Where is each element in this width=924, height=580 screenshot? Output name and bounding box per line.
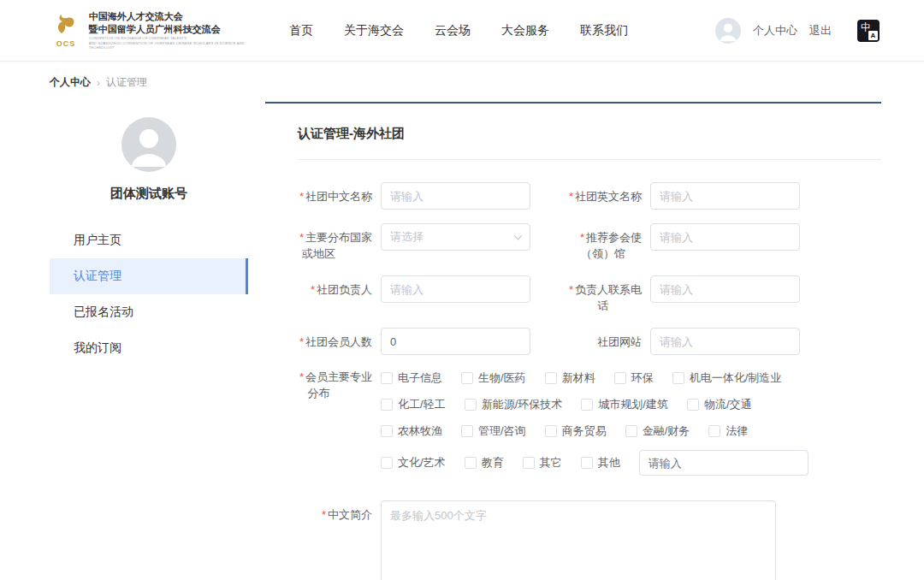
sidebar: 团体测试账号 用户主页 认证管理 已报名活动 我的订阅 bbox=[50, 102, 248, 366]
specialty-option[interactable]: 电子信息 bbox=[381, 370, 442, 386]
logo-en-line2: AND GUANGZHOU CONVENTION OF OVERSEAS CHI… bbox=[89, 41, 270, 50]
title-divider bbox=[298, 159, 881, 160]
specialty-label: *会员主要专业 分布 bbox=[265, 369, 381, 401]
specialty-option[interactable]: 环保 bbox=[614, 370, 654, 386]
checkbox-icon[interactable] bbox=[461, 425, 473, 437]
checkbox-icon[interactable] bbox=[581, 457, 593, 469]
checkbox-icon[interactable] bbox=[465, 457, 477, 469]
specialty-other-input[interactable] bbox=[639, 450, 808, 476]
required-mark: * bbox=[299, 231, 304, 244]
specialty-option[interactable]: 商务贸易 bbox=[545, 423, 607, 439]
checkbox-icon[interactable] bbox=[687, 399, 699, 411]
embassy-input[interactable] bbox=[650, 223, 800, 251]
page-title: 认证管理-海外社团 bbox=[298, 126, 881, 142]
sidebar-item-auth-management[interactable]: 认证管理 bbox=[50, 258, 248, 294]
specialty-option[interactable]: 文化/艺术 bbox=[381, 455, 446, 471]
specialty-option[interactable]: 生物/医药 bbox=[461, 370, 526, 386]
language-toggle-icon[interactable]: 中 A bbox=[857, 20, 880, 42]
user-avatar[interactable] bbox=[715, 18, 741, 44]
sidebar-item-registered-activities[interactable]: 已报名活动 bbox=[50, 294, 248, 330]
nav-about[interactable]: 关于海交会 bbox=[344, 23, 404, 38]
specialty-option[interactable]: 机电一体化/制造业 bbox=[672, 370, 782, 386]
intro-label: *中文简介 bbox=[265, 500, 381, 523]
profile-avatar bbox=[121, 117, 176, 172]
checkbox-icon[interactable] bbox=[672, 372, 684, 384]
logo-bird-icon: OCS bbox=[50, 13, 82, 48]
en-name-label: *社团英文名称 bbox=[565, 182, 650, 204]
breadcrumb: 个人中心 › 认证管理 bbox=[0, 62, 924, 102]
specialty-option[interactable]: 其他 bbox=[581, 455, 620, 471]
main-panel: 认证管理-海外社团 *社团中文名称 *社团英文名称 bbox=[265, 102, 881, 580]
checkbox-icon[interactable] bbox=[381, 457, 393, 469]
specialty-option[interactable]: 农林牧渔 bbox=[381, 423, 442, 439]
breadcrumb-current: 认证管理 bbox=[106, 75, 147, 90]
specialty-option[interactable]: 物流/交通 bbox=[687, 397, 752, 412]
specialty-option[interactable]: 新能源/环保技术 bbox=[465, 397, 563, 412]
nav-cloud-venue[interactable]: 云会场 bbox=[435, 23, 471, 38]
sidebar-item-user-home[interactable]: 用户主页 bbox=[50, 222, 248, 258]
checkbox-icon[interactable] bbox=[465, 399, 477, 411]
logo-abbr: OCS bbox=[50, 39, 82, 48]
main-nav: 首页 关于海交会 云会场 大会服务 联系我们 bbox=[289, 23, 628, 38]
header-user-area: 个人中心 退出 中 A bbox=[715, 18, 880, 44]
embassy-label: *推荐参会使 （领）馆 bbox=[565, 223, 650, 262]
required-mark: * bbox=[580, 231, 584, 244]
specialty-option[interactable]: 化工/轻工 bbox=[381, 397, 446, 412]
phone-input[interactable] bbox=[650, 275, 800, 303]
checkbox-icon[interactable] bbox=[614, 372, 626, 384]
cn-name-label: *社团中文名称 bbox=[265, 182, 381, 204]
logo-cn-line1: 中国海外人才交流大会 bbox=[89, 10, 270, 23]
required-mark: * bbox=[299, 335, 304, 348]
cn-name-input[interactable] bbox=[381, 182, 530, 210]
certification-form: *社团中文名称 *社团英文名称 *主要分布国家 或地区 bbox=[265, 182, 881, 580]
specialty-option[interactable]: 法律 bbox=[708, 423, 748, 439]
nav-contact[interactable]: 联系我们 bbox=[580, 23, 628, 38]
content: 团体测试账号 用户主页 认证管理 已报名活动 我的订阅 认证管理-海外社团 *社… bbox=[0, 102, 924, 580]
checkbox-icon[interactable] bbox=[381, 425, 393, 437]
required-mark: * bbox=[569, 190, 573, 203]
nav-home[interactable]: 首页 bbox=[289, 23, 313, 38]
checkbox-icon[interactable] bbox=[381, 399, 393, 411]
leader-input[interactable] bbox=[381, 275, 530, 303]
website-label: 社团网站 bbox=[565, 328, 650, 350]
required-mark: * bbox=[311, 283, 315, 296]
checkbox-icon[interactable] bbox=[708, 425, 720, 437]
specialty-option[interactable]: 教育 bbox=[465, 455, 504, 471]
logout-link[interactable]: 退出 bbox=[809, 23, 832, 38]
checkbox-icon[interactable] bbox=[581, 399, 593, 411]
account-name: 团体测试账号 bbox=[50, 186, 248, 202]
specialty-option[interactable]: 新材料 bbox=[545, 370, 595, 386]
website-input[interactable] bbox=[650, 328, 800, 355]
sidebar-menu: 用户主页 认证管理 已报名活动 我的订阅 bbox=[50, 222, 248, 366]
breadcrumb-separator: › bbox=[97, 77, 100, 89]
member-count-input[interactable] bbox=[381, 328, 530, 355]
checkbox-icon[interactable] bbox=[625, 425, 637, 437]
leader-label: *社团负责人 bbox=[265, 275, 381, 298]
required-mark: * bbox=[322, 508, 326, 521]
intro-textarea[interactable] bbox=[381, 500, 776, 580]
checkbox-icon[interactable] bbox=[381, 372, 393, 384]
country-select[interactable]: 请选择 bbox=[381, 223, 530, 251]
site-logo[interactable]: OCS 中国海外人才交流大会 暨中国留学人员广州科技交流会 CONVENTION… bbox=[50, 10, 270, 50]
logo-cn-line2: 暨中国留学人员广州科技交流会 bbox=[89, 23, 270, 36]
specialty-option[interactable]: 其它 bbox=[523, 455, 562, 471]
sidebar-item-my-subscriptions[interactable]: 我的订阅 bbox=[50, 330, 248, 366]
nav-services[interactable]: 大会服务 bbox=[501, 23, 549, 38]
breadcrumb-root[interactable]: 个人中心 bbox=[50, 75, 91, 90]
required-mark: * bbox=[299, 190, 304, 203]
chevron-down-icon bbox=[514, 231, 523, 240]
specialty-option[interactable]: 城市规划/建筑 bbox=[581, 397, 668, 412]
en-name-input[interactable] bbox=[650, 182, 800, 210]
checkbox-icon[interactable] bbox=[523, 457, 535, 469]
checkbox-icon[interactable] bbox=[461, 372, 473, 384]
member-count-label: *社团会员人数 bbox=[265, 328, 381, 350]
checkbox-icon[interactable] bbox=[545, 425, 557, 437]
phone-label: *负责人联系电 话 bbox=[565, 275, 650, 314]
language-a-glyph: A bbox=[868, 31, 878, 40]
specialty-option[interactable]: 金融/财务 bbox=[625, 423, 690, 439]
required-mark: * bbox=[299, 370, 304, 383]
checkbox-icon[interactable] bbox=[545, 372, 557, 384]
user-center-link[interactable]: 个人中心 bbox=[753, 23, 797, 38]
logo-text: 中国海外人才交流大会 暨中国留学人员广州科技交流会 CONVENTION ON … bbox=[89, 10, 270, 50]
specialty-option[interactable]: 管理/咨询 bbox=[461, 423, 526, 439]
